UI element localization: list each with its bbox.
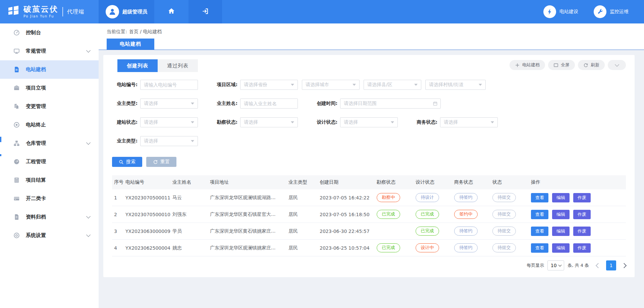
edit-button[interactable]: 编辑 [552, 210, 570, 219]
content: 当前位置: 首页 / 电站建档 电站建档 创建列表 通过列表 电站建档 全屏 [99, 23, 644, 308]
caret-down-icon [353, 84, 356, 86]
chevron-down-icon [86, 233, 91, 237]
owner-type2-select[interactable]: 请选择 [140, 136, 198, 146]
cell-create-date: 2023-07-05 16:42:22 [320, 195, 377, 200]
scrollbar-fragment [0, 137, 1, 142]
monitor-icon [13, 48, 20, 54]
cell-station-code: YX2023063000009 [125, 229, 172, 234]
table-body: 1YX2023070500011马云广东深圳龙华区观澜镇观湖路...居民2023… [112, 189, 626, 256]
total-count-label: 条, 共 4 条 [568, 262, 589, 268]
cell-owner-name: 刘强东 [172, 211, 210, 218]
sidebar-item-change-mgmt[interactable]: 变更管理 [0, 97, 99, 116]
design-status-select[interactable]: 请选择 [340, 117, 398, 127]
view-button[interactable]: 查看 [531, 193, 548, 202]
page-tab-station-archive[interactable]: 电站建档 [107, 39, 154, 50]
next-page-button[interactable] [622, 263, 627, 268]
pagination: 每页显示 10 条, 共 4 条 1 [112, 260, 626, 270]
circle-dot-icon [13, 122, 20, 128]
current-page-button[interactable]: 1 [606, 260, 616, 270]
edit-button[interactable]: 编辑 [552, 193, 570, 202]
copy-icon [13, 103, 20, 110]
tab-create-list[interactable]: 创建列表 [117, 59, 158, 72]
breadcrumb: 当前位置: 首页 / 电站建档 [107, 29, 162, 35]
sidebar-item-data-archive[interactable]: 资料归档 [0, 208, 99, 226]
logout-button[interactable] [189, 0, 222, 23]
void-button[interactable]: 作废 [573, 227, 591, 236]
design-status-badge: 待设计 [416, 193, 439, 202]
date-range-input[interactable]: 请选择日期范围 [340, 99, 441, 109]
city-select[interactable]: 请选择城市 [302, 80, 360, 90]
business-status-select[interactable]: 请选择 [440, 117, 498, 127]
cell-actions: 查看编辑作废 [531, 210, 626, 219]
sidebar-item-system-settings[interactable]: 系统设置 [0, 226, 99, 245]
edit-button[interactable]: 编辑 [552, 243, 570, 253]
create-station-button[interactable]: 电站建档 [509, 60, 545, 70]
sidebar-item-station-termination[interactable]: 电站终止 [0, 116, 99, 134]
sidebar-item-station-archive[interactable]: 电站建档 [0, 60, 99, 79]
survey-status-label: 勘察状态: [212, 119, 237, 125]
sidebar-item-warehouse-mgmt[interactable]: 仓库管理 [0, 134, 99, 152]
card-head: 创建列表 通过列表 电站建档 全屏 刷新 [103, 55, 635, 72]
cell-owner-type: 居民 [288, 228, 320, 234]
cell-index: 2 [112, 212, 125, 217]
home-button[interactable] [154, 0, 189, 23]
sidebar-item-general-mgmt[interactable]: 常规管理 [0, 42, 99, 60]
nav-station-construction[interactable]: 电站建设 [543, 5, 578, 18]
owner-name-input[interactable] [240, 99, 298, 109]
search-button[interactable]: 搜索 [112, 157, 142, 167]
caret-down-icon [291, 121, 294, 123]
view-button[interactable]: 查看 [531, 227, 548, 236]
table-row: 2YX2023070500010刘强东广东深圳龙华区黄石镇星官大...居民202… [112, 206, 626, 223]
station-code-label: 电站编号: [112, 82, 138, 88]
void-button[interactable]: 作废 [573, 243, 591, 253]
collapse-toolbar-button[interactable] [608, 60, 626, 70]
brand-subtitle: Po Jian Yun Fu [23, 15, 58, 18]
business-status-label: 商务状态: [412, 119, 437, 125]
void-button[interactable]: 作废 [573, 210, 591, 219]
station-code-input[interactable] [140, 80, 198, 90]
village-select[interactable]: 请选择村镇/街道 [425, 80, 486, 90]
edit-button[interactable]: 编辑 [552, 227, 570, 236]
chevron-down-icon [86, 140, 91, 145]
sidebar-item-project-initiation[interactable]: 项目立项 [0, 79, 99, 97]
reset-button[interactable]: 重置 [146, 157, 176, 167]
sidebar-item-engineering-mgmt[interactable]: 工程管理 [0, 152, 99, 171]
design-status-badge: 设计中 [416, 243, 439, 252]
design-status-badge: 已完成 [416, 227, 439, 235]
sidebar: 控制台 常规管理 电站建档 项目立项 变更管理 电站终止 仓库管理 工程管理 项… [0, 23, 99, 308]
topbar: 破茧云伏 Po Jian Yun Fu 代理端 超级管理员 [0, 0, 644, 23]
county-select[interactable]: 请选择县/区 [364, 80, 421, 90]
user-avatar-icon [106, 5, 119, 18]
scrollbar-fragment [0, 154, 1, 156]
view-button[interactable]: 查看 [531, 210, 548, 219]
prev-page-button[interactable] [596, 263, 601, 268]
per-page-label: 每页显示 [527, 262, 544, 268]
logout-icon [202, 8, 209, 16]
build-status-label: 建站状态: [112, 119, 138, 125]
cell-actions: 查看编辑作废 [531, 193, 626, 202]
void-button[interactable]: 作废 [573, 193, 591, 202]
business-status-badge: 待签约 [454, 243, 478, 252]
nav-monitor-ops[interactable]: 监控运维 [594, 5, 629, 18]
survey-status-select[interactable]: 请选择 [240, 117, 298, 127]
owner-type-select[interactable]: 请选择 [140, 99, 198, 109]
main-card: 创建列表 通过列表 电站建档 全屏 刷新 [103, 55, 635, 277]
fullscreen-button[interactable]: 全屏 [548, 60, 575, 70]
build-status-select[interactable]: 请选择 [140, 117, 198, 127]
search-icon [119, 160, 124, 165]
user-menu[interactable]: 超级管理员 [99, 0, 154, 23]
breadcrumb-strip: 当前位置: 首页 / 电站建档 电站建档 [99, 23, 644, 50]
nav-label: 监控运维 [610, 9, 629, 15]
status-badge: 待提交 [492, 243, 516, 252]
sidebar-item-console[interactable]: 控制台 [0, 23, 99, 42]
caret-down-icon [191, 140, 194, 142]
breadcrumb-path[interactable]: 首页 / 电站建档 [129, 29, 162, 35]
province-select[interactable]: 请选择省份 [240, 80, 298, 90]
sidebar-item-card-opening[interactable]: 开二类卡 [0, 189, 99, 208]
tab-passed-list[interactable]: 通过列表 [158, 59, 198, 72]
refresh-button[interactable]: 刷新 [578, 60, 605, 70]
view-button[interactable]: 查看 [531, 243, 548, 253]
per-page-select[interactable]: 10 [547, 260, 564, 270]
sidebar-item-project-settlement[interactable]: 项目结算 [0, 171, 99, 189]
sitemap-icon [13, 140, 20, 146]
